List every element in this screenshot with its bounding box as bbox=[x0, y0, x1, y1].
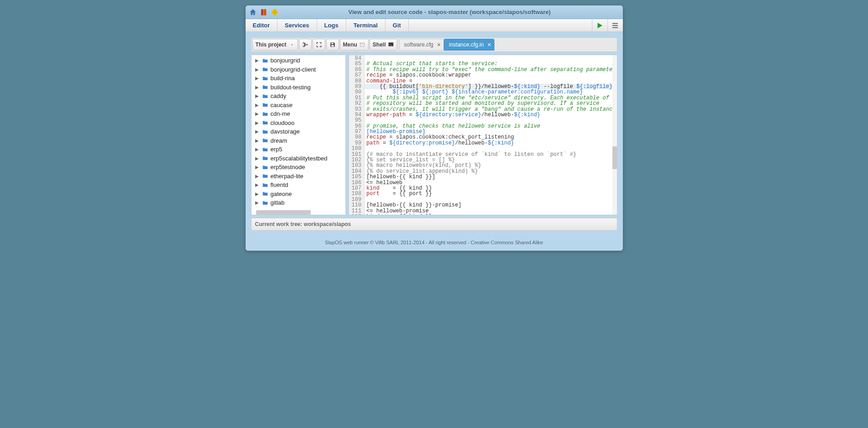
file-tree[interactable]: ▶bonjourgrid▶bonjourgrid-client▶build-ri… bbox=[251, 55, 346, 215]
line-gutter: 8485868788899091929394959697989910010110… bbox=[349, 55, 365, 215]
tree-item[interactable]: ▶erp5 bbox=[253, 145, 345, 154]
editor-area: ▶bonjourgrid▶bonjourgrid-client▶build-ri… bbox=[251, 55, 617, 215]
footer: SlapOS web runner © Vifib SARL 2011-2014… bbox=[246, 236, 623, 251]
chevron-right-icon: ▶ bbox=[255, 93, 260, 98]
hamburger-menu-button[interactable] bbox=[607, 19, 623, 31]
scrollbar-vertical-thumb[interactable] bbox=[612, 146, 617, 169]
tree-item[interactable]: ▶caddy bbox=[253, 92, 345, 101]
close-icon[interactable]: × bbox=[437, 41, 441, 48]
nav-tab-services[interactable]: Services bbox=[277, 19, 317, 31]
svg-rect-9 bbox=[388, 42, 393, 46]
home-icon[interactable] bbox=[248, 8, 257, 17]
close-icon[interactable]: × bbox=[488, 41, 491, 48]
chevron-right-icon: ▶ bbox=[255, 200, 260, 205]
folder-icon bbox=[262, 129, 269, 135]
nav-tab-logs[interactable]: Logs bbox=[317, 19, 346, 31]
tree-item[interactable]: ▶buildout-testing bbox=[253, 83, 345, 92]
tree-item-label: caucase bbox=[271, 102, 293, 108]
tree-item-label: cdn-me bbox=[271, 110, 290, 117]
tree-item-label: etherpad-lite bbox=[271, 173, 303, 180]
book-icon[interactable] bbox=[259, 8, 268, 17]
tree-item-label: buildout-testing bbox=[271, 84, 311, 91]
folder-icon bbox=[262, 102, 269, 108]
tree-item[interactable]: ▶gitlab bbox=[253, 198, 345, 207]
chevron-right-icon: ▶ bbox=[255, 76, 260, 81]
chevron-right-icon: ▶ bbox=[255, 156, 260, 161]
tree-item-label: erp5 bbox=[271, 146, 282, 153]
tree-item-label: build-rina bbox=[271, 75, 295, 82]
chevron-right-icon: ▶ bbox=[255, 67, 260, 72]
chevron-right-icon: ▶ bbox=[255, 182, 260, 187]
project-selector-label: This project bbox=[256, 41, 287, 48]
chevron-right-icon: ▶ bbox=[255, 138, 260, 143]
svg-rect-4 bbox=[303, 46, 304, 47]
svg-rect-5 bbox=[306, 44, 308, 46]
tree-item[interactable]: ▶fluentd bbox=[253, 180, 345, 190]
project-selector-button[interactable]: This project bbox=[252, 39, 298, 51]
chevron-right-icon: ▶ bbox=[255, 191, 260, 196]
menu-button-label: Menu bbox=[343, 41, 357, 48]
globe-icon[interactable] bbox=[270, 8, 279, 17]
tree-item[interactable]: ▶erp5scalabilitytestbed bbox=[253, 154, 345, 163]
folder-icon bbox=[262, 137, 269, 144]
chevron-right-icon: ▶ bbox=[255, 129, 260, 134]
folder-icon bbox=[262, 146, 269, 153]
scrollbar-horizontal[interactable] bbox=[256, 210, 311, 215]
folder-icon bbox=[262, 182, 269, 188]
tree-item-label: caddy bbox=[271, 93, 287, 99]
tree-item[interactable]: ▶davstorage bbox=[253, 127, 345, 136]
tree-item-label: cloudooo bbox=[271, 119, 295, 126]
tree-item[interactable]: ▶cloudooo bbox=[253, 119, 345, 128]
folder-icon bbox=[262, 164, 269, 170]
tree-item-label: bonjourgrid-client bbox=[271, 66, 316, 73]
fullscreen-button[interactable] bbox=[313, 39, 325, 51]
svg-rect-8 bbox=[360, 43, 364, 46]
scrollbar-vertical-track[interactable] bbox=[612, 55, 617, 215]
file-tab-software[interactable]: software.cfg × bbox=[399, 39, 444, 51]
shell-button[interactable]: Shell bbox=[370, 39, 397, 51]
tree-item[interactable]: ▶dream bbox=[253, 136, 345, 145]
run-button[interactable] bbox=[592, 19, 607, 31]
tree-icon-button[interactable] bbox=[299, 39, 312, 51]
tree-item[interactable]: ▶erp5testnode bbox=[253, 163, 345, 172]
folder-icon bbox=[262, 93, 269, 99]
tree-item[interactable]: ▶build-rina bbox=[253, 74, 345, 83]
nav-tab-editor[interactable]: Editor bbox=[246, 19, 278, 31]
tree-item[interactable]: ▶etherpad-lite bbox=[253, 172, 345, 181]
chevron-right-icon: ▶ bbox=[255, 111, 260, 116]
folder-icon bbox=[262, 111, 269, 117]
svg-rect-7 bbox=[331, 45, 334, 47]
tree-item[interactable]: ▶bonjourgrid-client bbox=[253, 65, 345, 74]
tree-item[interactable]: ▶bonjourgrid bbox=[253, 56, 345, 65]
editor-toolbar: This project Menu Shell sof bbox=[251, 37, 617, 52]
folder-icon bbox=[262, 191, 269, 197]
svg-rect-0 bbox=[261, 9, 263, 15]
tree-item[interactable]: ▶cdn-me bbox=[253, 109, 345, 119]
folder-icon bbox=[262, 119, 269, 126]
titlebar: View and edit source code - slapos-maste… bbox=[246, 5, 623, 19]
shell-button-label: Shell bbox=[373, 41, 386, 48]
tree-item[interactable]: ▶caucase bbox=[253, 101, 345, 110]
tree-item-label: erp5scalabilitytestbed bbox=[271, 155, 328, 162]
folder-icon bbox=[262, 155, 269, 161]
tree-item[interactable]: ▶gateone bbox=[253, 190, 345, 199]
nav-tabs: Editor Services Logs Terminal Git bbox=[246, 19, 623, 32]
file-tab-instance[interactable]: instance.cfg.in × bbox=[444, 39, 494, 51]
chevron-right-icon: ▶ bbox=[255, 174, 260, 179]
save-button[interactable] bbox=[326, 39, 339, 51]
tree-item-label: gateone bbox=[271, 191, 292, 197]
folder-icon bbox=[262, 173, 269, 179]
chevron-right-icon: ▶ bbox=[255, 58, 260, 63]
code-editor[interactable]: 8485868788899091929394959697989910010110… bbox=[349, 55, 617, 215]
tree-item-label: dream bbox=[271, 137, 288, 144]
window-title: View and edit source code - slapos-maste… bbox=[279, 9, 620, 15]
tree-item-label: bonjourgrid bbox=[271, 57, 300, 64]
nav-tab-terminal[interactable]: Terminal bbox=[346, 19, 385, 31]
chevron-right-icon: ▶ bbox=[255, 165, 260, 170]
code-body[interactable]: # Actual script that starts the service:… bbox=[365, 55, 616, 215]
menu-button[interactable]: Menu bbox=[340, 39, 369, 51]
nav-tab-git[interactable]: Git bbox=[385, 19, 409, 31]
tree-item-label: gitlab bbox=[271, 199, 285, 206]
file-tab-label: software.cfg bbox=[404, 41, 434, 48]
tree-item-label: erp5testnode bbox=[271, 164, 305, 170]
